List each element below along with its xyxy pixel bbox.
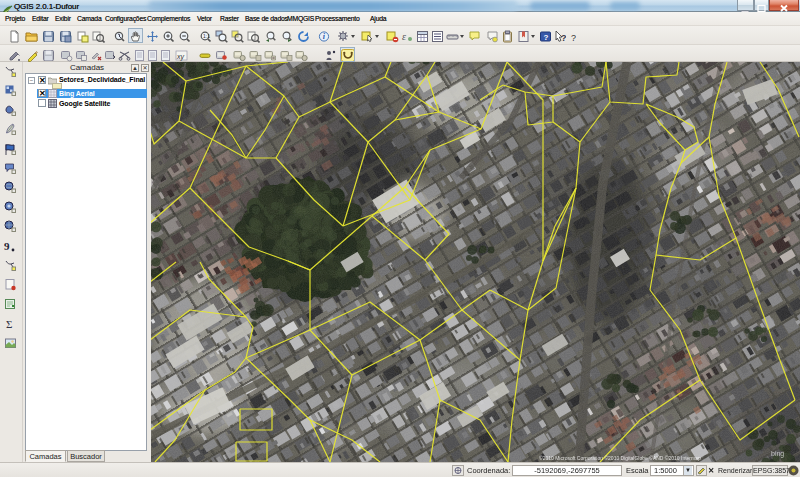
svg-text:bing: bing: [771, 450, 784, 458]
svg-text:ε: ε: [402, 31, 406, 42]
svg-text:?: ?: [571, 33, 576, 43]
svg-text:xy: xy: [176, 53, 185, 61]
svg-text:9: 9: [4, 240, 10, 252]
svg-text:1:1: 1:1: [203, 33, 210, 39]
svg-text:?: ?: [544, 33, 549, 42]
svg-text:Σ: Σ: [6, 318, 12, 330]
svg-text:©2010 Microsoft Corporation ©2: ©2010 Microsoft Corporation ©2010 Digita…: [539, 455, 701, 461]
